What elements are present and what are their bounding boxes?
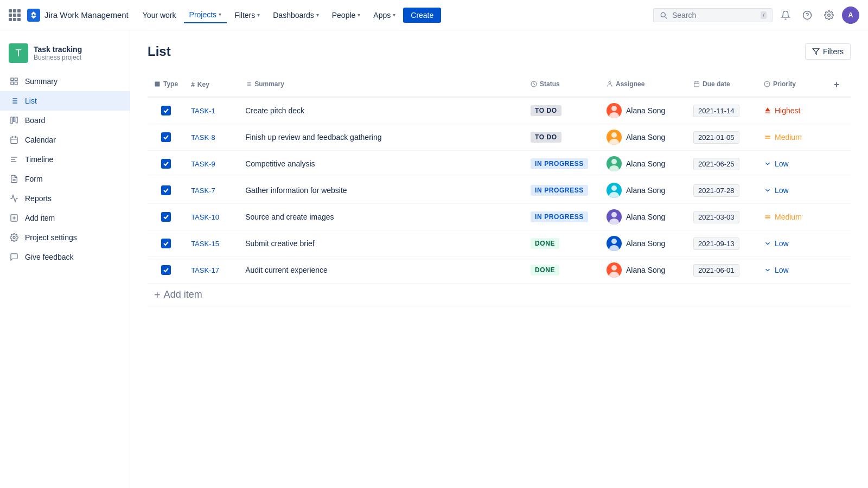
status-badge[interactable]: TO DO — [531, 132, 561, 143]
cell-summary: Competitive analysis — [239, 151, 524, 177]
calendar-icon — [9, 134, 20, 145]
settings-icon[interactable] — [820, 7, 838, 24]
cell-type — [148, 204, 184, 230]
sidebar-item-add-item[interactable]: Add item — [0, 208, 130, 228]
search-box[interactable]: Search / — [653, 8, 773, 22]
help-icon[interactable] — [799, 7, 816, 24]
status-badge[interactable]: IN PROGRESS — [531, 185, 588, 196]
notifications-icon[interactable] — [777, 7, 794, 24]
status-badge[interactable]: IN PROGRESS — [531, 211, 588, 222]
sidebar: T Task tracking Business project Summary — [0, 30, 130, 488]
nav-apps[interactable]: Apps ▾ — [368, 8, 401, 23]
task-key-link[interactable]: TASK-7 — [191, 187, 215, 195]
status-badge[interactable]: DONE — [531, 238, 559, 249]
task-checkbox[interactable] — [161, 212, 171, 222]
table-row[interactable]: TASK-1 Create pitch deck TO DO Alana Son… — [148, 97, 851, 124]
sidebar-item-list[interactable]: List — [0, 91, 130, 111]
task-checkbox[interactable] — [161, 132, 171, 142]
task-checkbox[interactable] — [161, 185, 171, 195]
task-checkbox[interactable] — [161, 239, 171, 248]
status-badge[interactable]: IN PROGRESS — [531, 158, 588, 169]
priority-low-icon — [764, 266, 771, 274]
due-date-value: 2021-06-01 — [693, 264, 739, 277]
nav-dashboards[interactable]: Dashboards ▾ — [267, 8, 324, 23]
nav-filters[interactable]: Filters ▾ — [229, 8, 265, 23]
svg-rect-15 — [11, 137, 17, 144]
logo-text: Jira Work Management — [44, 10, 129, 20]
sidebar-item-project-settings[interactable]: Project settings — [0, 228, 130, 247]
cell-key: TASK-8 — [184, 124, 239, 151]
nav-people[interactable]: People ▾ — [327, 8, 366, 23]
create-button[interactable]: Create — [403, 8, 441, 23]
sidebar-label-list: List — [25, 97, 37, 105]
search-placeholder-text: Search — [672, 11, 756, 20]
cell-priority: Highest — [757, 97, 822, 124]
cell-status: IN PROGRESS — [524, 177, 600, 204]
task-key-link[interactable]: TASK-17 — [191, 266, 219, 274]
table-row[interactable]: TASK-8 Finish up review and feedback gat… — [148, 124, 851, 151]
priority-medium-icon — [764, 133, 771, 141]
sidebar-item-board[interactable]: Board — [0, 111, 130, 130]
add-column-button[interactable]: + — [829, 77, 844, 92]
due-date-value: 2021-03-03 — [693, 211, 739, 223]
cell-status: IN PROGRESS — [524, 151, 600, 177]
search-slash-shortcut: / — [761, 11, 767, 19]
user-avatar[interactable]: A — [842, 7, 859, 24]
apps-grid-icon[interactable] — [9, 9, 21, 21]
priority-low-icon — [764, 240, 771, 247]
table-header: Type # Key Summary — [148, 73, 851, 97]
svg-rect-29 — [155, 82, 160, 87]
status-badge[interactable]: DONE — [531, 265, 559, 275]
task-key-link[interactable]: TASK-9 — [191, 160, 215, 168]
assignee-name: Alana Song — [626, 133, 665, 142]
priority-label: Medium — [775, 213, 802, 221]
table-row[interactable]: TASK-10 Source and create images IN PROG… — [148, 204, 851, 230]
task-key-link[interactable]: TASK-10 — [191, 213, 219, 221]
cell-extra — [822, 97, 851, 124]
col-header-duedate: Due date — [687, 73, 757, 97]
task-table-body: TASK-1 Create pitch deck TO DO Alana Son… — [148, 97, 851, 306]
sidebar-item-give-feedback[interactable]: Give feedback — [0, 247, 130, 267]
cell-type — [148, 151, 184, 177]
cell-extra — [822, 204, 851, 230]
nav-projects[interactable]: Projects ▾ — [184, 7, 227, 23]
logo-area[interactable]: Jira Work Management — [27, 9, 129, 22]
sidebar-item-calendar[interactable]: Calendar — [0, 130, 130, 150]
projects-chevron-icon: ▾ — [219, 11, 221, 17]
dashboards-chevron-icon: ▾ — [316, 12, 319, 18]
assignee-avatar — [607, 103, 622, 118]
task-checkbox[interactable] — [161, 265, 171, 275]
add-item-button[interactable]: + Add item — [154, 289, 844, 300]
table-row[interactable]: TASK-15 Submit creative brief DONE Alana… — [148, 230, 851, 257]
due-date-value: 2021-06-25 — [693, 158, 739, 170]
table-row[interactable]: TASK-9 Competitive analysis IN PROGRESS … — [148, 151, 851, 177]
task-key-link[interactable]: TASK-15 — [191, 240, 219, 248]
sidebar-item-summary[interactable]: Summary — [0, 72, 130, 91]
add-item-row: + Add item — [148, 284, 851, 306]
status-badge[interactable]: TO DO — [531, 105, 561, 116]
cell-type — [148, 177, 184, 204]
cell-status: DONE — [524, 230, 600, 257]
svg-point-1 — [828, 14, 831, 16]
project-type: Business project — [34, 54, 82, 61]
priority-low-icon — [764, 160, 771, 168]
task-checkbox[interactable] — [161, 159, 171, 169]
sidebar-project-header: T Task tracking Business project — [0, 39, 130, 72]
assignee-avatar — [607, 130, 622, 145]
sidebar-item-form[interactable]: Form — [0, 169, 130, 189]
project-info: Task tracking Business project — [34, 45, 82, 61]
table-row[interactable]: TASK-17 Audit current experience DONE Al… — [148, 257, 851, 284]
add-item-cell: + Add item — [148, 284, 851, 306]
nav-your-work[interactable]: Your work — [137, 8, 182, 23]
project-name: Task tracking — [34, 45, 82, 54]
sidebar-item-reports[interactable]: Reports — [0, 189, 130, 208]
task-key-link[interactable]: TASK-1 — [191, 107, 215, 115]
sidebar-item-timeline[interactable]: Timeline — [0, 150, 130, 169]
svg-rect-35 — [694, 82, 699, 87]
cell-assignee: Alana Song — [600, 204, 687, 230]
task-summary-text: Create pitch deck — [245, 106, 304, 115]
filters-button[interactable]: Filters — [805, 43, 851, 60]
task-checkbox[interactable] — [161, 106, 171, 115]
task-key-link[interactable]: TASK-8 — [191, 133, 215, 142]
table-row[interactable]: TASK-7 Gather information for website IN… — [148, 177, 851, 204]
